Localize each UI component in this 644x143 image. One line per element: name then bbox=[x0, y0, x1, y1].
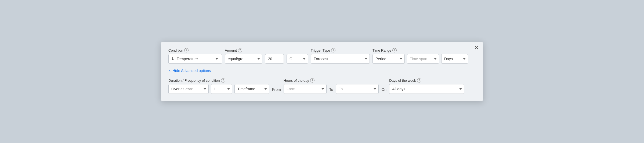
trigger-type-field-group: Trigger Type ? Forecast Current Historic… bbox=[311, 48, 370, 64]
trigger-type-label: Trigger Type ? bbox=[311, 48, 370, 52]
hours-from-select[interactable]: From 00:00 01:00 06:00 08:00 12:00 18:00… bbox=[284, 84, 327, 94]
time-range-help-icon[interactable]: ? bbox=[392, 48, 397, 52]
chevron-up-icon: ∧ bbox=[168, 69, 171, 73]
duration-label: Duration / Frequency of condition ? bbox=[168, 78, 269, 83]
trigger-type-label-text: Trigger Type bbox=[311, 48, 330, 52]
to-inline-label: To bbox=[329, 87, 333, 94]
condition-label: Condition ? bbox=[168, 48, 222, 52]
from-inline-label: From bbox=[272, 87, 281, 94]
condition-help-icon[interactable]: ? bbox=[184, 48, 189, 52]
condition-field-group: Condition ? 🌡 Temperature Humidity Wind … bbox=[168, 48, 222, 64]
time-range-days-select[interactable]: Days Hours Weeks bbox=[441, 54, 468, 64]
from-inline-group: X From bbox=[272, 82, 281, 94]
condition-label-text: Condition bbox=[168, 48, 183, 52]
hours-field-group: Hours of the day ? From 00:00 01:00 06:0… bbox=[284, 78, 327, 94]
hours-help-icon[interactable]: ? bbox=[310, 78, 314, 83]
days-of-week-select[interactable]: All days Weekdays Weekends Monday Tuesda… bbox=[389, 84, 464, 94]
time-range-period-select[interactable]: Period Daily Weekly bbox=[372, 54, 405, 64]
to-field-group: X To 01:00 06:00 08:00 12:00 18:00 23:00… bbox=[336, 78, 379, 94]
advanced-toggle-label: Hide Advanced options bbox=[172, 69, 211, 73]
hours-to-select[interactable]: To 01:00 06:00 08:00 12:00 18:00 23:00 2… bbox=[336, 84, 379, 94]
time-range-field-group: Time Range ? Period Daily Weekly Time sp… bbox=[372, 48, 468, 64]
amount-value-field-group: X bbox=[265, 48, 284, 64]
time-range-controls: Period Daily Weekly Time span 1 2 3 7 14… bbox=[372, 54, 468, 64]
amount-value-input[interactable] bbox=[265, 54, 284, 64]
amount-field-group: Amount ? equal/gre... equal/less... equa… bbox=[225, 48, 262, 64]
duration-over-select[interactable]: Over at least Over at most Exactly bbox=[168, 84, 209, 94]
close-button[interactable]: ✕ bbox=[474, 45, 479, 50]
to-inline-group: X To bbox=[329, 82, 333, 94]
amount-help-icon[interactable]: ? bbox=[238, 48, 242, 52]
days-of-week-label: Days of the week ? bbox=[389, 78, 464, 83]
duration-help-icon[interactable]: ? bbox=[221, 78, 225, 83]
hours-label-text: Hours of the day bbox=[284, 78, 309, 83]
time-range-label-text: Time Range bbox=[372, 48, 391, 52]
advanced-toggle[interactable]: ∧ Hide Advanced options bbox=[168, 69, 476, 73]
time-range-label: Time Range ? bbox=[372, 48, 468, 52]
amount-label: Amount ? bbox=[225, 48, 262, 52]
advanced-fields-row: Duration / Frequency of condition ? Over… bbox=[168, 78, 476, 94]
duration-field-group: Duration / Frequency of condition ? Over… bbox=[168, 78, 269, 94]
amount-unit-field-group: X C F K bbox=[287, 48, 308, 64]
amount-unit-select[interactable]: C F K bbox=[287, 54, 308, 64]
days-of-week-help-icon[interactable]: ? bbox=[417, 78, 421, 83]
amount-label-text: Amount bbox=[225, 48, 237, 52]
days-of-week-field-group: Days of the week ? All days Weekdays Wee… bbox=[389, 78, 464, 94]
trigger-type-select[interactable]: Forecast Current Historical bbox=[311, 54, 370, 64]
condition-select[interactable]: Temperature Humidity Wind Precipitation bbox=[177, 54, 220, 63]
on-inline-label: On bbox=[381, 87, 386, 94]
trigger-type-help-icon[interactable]: ? bbox=[331, 48, 335, 52]
duration-label-text: Duration / Frequency of condition bbox=[168, 78, 220, 83]
duration-timeframe-select[interactable]: Timeframe... Hours Days Weeks bbox=[234, 84, 269, 94]
main-fields-row: Condition ? 🌡 Temperature Humidity Wind … bbox=[168, 48, 476, 64]
on-inline-group: X On bbox=[381, 82, 386, 94]
condition-select-wrap: 🌡 Temperature Humidity Wind Precipitatio… bbox=[168, 54, 222, 64]
time-range-timespan-select[interactable]: Time span 1 2 3 7 14 bbox=[407, 54, 439, 64]
days-of-week-label-text: Days of the week bbox=[389, 78, 416, 83]
amount-operator-select[interactable]: equal/gre... equal/less... equal greater… bbox=[225, 54, 262, 64]
thermometer-icon: 🌡 bbox=[171, 56, 175, 61]
condition-modal: ✕ Condition ? 🌡 Temperature Humidity Win… bbox=[161, 42, 483, 101]
duration-controls: Over at least Over at most Exactly 1 2 3… bbox=[168, 84, 269, 94]
duration-count-select[interactable]: 1 2 3 4 5 6 7 bbox=[211, 84, 232, 94]
hours-label: Hours of the day ? bbox=[284, 78, 327, 83]
